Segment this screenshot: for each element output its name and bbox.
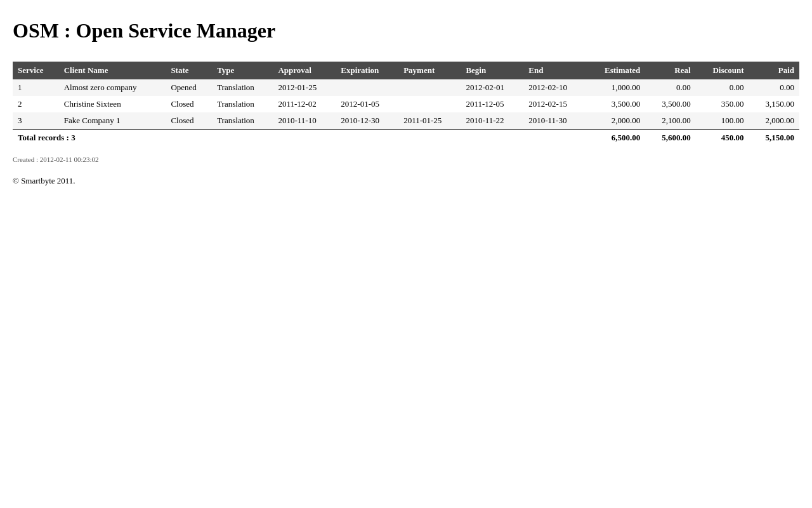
col-header-discount: Discount bbox=[696, 62, 749, 79]
cell-state: Closed bbox=[166, 112, 212, 130]
cell-payment: 2011-01-25 bbox=[398, 112, 461, 130]
cell-begin: 2011-12-05 bbox=[461, 96, 523, 112]
cell-payment bbox=[398, 79, 461, 96]
cell-type: Translation bbox=[212, 79, 273, 96]
cell-payment bbox=[398, 96, 461, 112]
copyright-label: © Smartbyte 2011. bbox=[13, 176, 799, 186]
col-header-client-name: Client Name bbox=[59, 62, 166, 79]
cell-service: 2 bbox=[13, 96, 59, 112]
cell-client-name: Fake Company 1 bbox=[59, 112, 166, 130]
cell-state: Opened bbox=[166, 79, 212, 96]
total-discount: 450.00 bbox=[696, 130, 749, 147]
col-header-state: State bbox=[166, 62, 212, 79]
page-title: OSM : Open Service Manager bbox=[13, 19, 799, 43]
created-label: Created : 2012-02-11 00:23:02 bbox=[13, 156, 799, 163]
table-footer-row: Total records : 3 6,500.00 5,600.00 450.… bbox=[13, 130, 799, 147]
cell-approval: 2010-11-10 bbox=[273, 112, 336, 130]
col-header-begin: Begin bbox=[461, 62, 523, 79]
col-header-paid: Paid bbox=[749, 62, 799, 79]
cell-paid: 3,150.00 bbox=[749, 96, 799, 112]
cell-expiration: 2012-01-05 bbox=[336, 96, 398, 112]
cell-end: 2010-11-30 bbox=[523, 112, 586, 130]
table-row: 2Christine SixteenClosedTranslation2011-… bbox=[13, 96, 799, 112]
col-header-end: End bbox=[523, 62, 586, 79]
cell-estimated: 3,500.00 bbox=[586, 96, 645, 112]
cell-paid: 0.00 bbox=[749, 79, 799, 96]
cell-expiration: 2010-12-30 bbox=[336, 112, 398, 130]
cell-end: 2012-02-15 bbox=[523, 96, 586, 112]
cell-approval: 2011-12-02 bbox=[273, 96, 336, 112]
col-header-service: Service bbox=[13, 62, 59, 79]
cell-service: 1 bbox=[13, 79, 59, 96]
col-header-approval: Approval bbox=[273, 62, 336, 79]
cell-real: 2,100.00 bbox=[645, 112, 695, 130]
cell-expiration bbox=[336, 79, 398, 96]
col-header-expiration: Expiration bbox=[336, 62, 398, 79]
table-header-row: Service Client Name State Type Approval … bbox=[13, 62, 799, 79]
table-row: 3Fake Company 1ClosedTranslation2010-11-… bbox=[13, 112, 799, 130]
cell-client-name: Almost zero company bbox=[59, 79, 166, 96]
cell-discount: 0.00 bbox=[696, 79, 749, 96]
col-header-estimated: Estimated bbox=[586, 62, 645, 79]
cell-client-name: Christine Sixteen bbox=[59, 96, 166, 112]
total-real: 5,600.00 bbox=[645, 130, 695, 147]
cell-real: 0.00 bbox=[645, 79, 695, 96]
cell-real: 3,500.00 bbox=[645, 96, 695, 112]
cell-discount: 100.00 bbox=[696, 112, 749, 130]
total-estimated: 6,500.00 bbox=[586, 130, 645, 147]
col-header-real: Real bbox=[645, 62, 695, 79]
cell-discount: 350.00 bbox=[696, 96, 749, 112]
cell-estimated: 1,000.00 bbox=[586, 79, 645, 96]
cell-state: Closed bbox=[166, 96, 212, 112]
col-header-type: Type bbox=[212, 62, 273, 79]
cell-service: 3 bbox=[13, 112, 59, 130]
cell-begin: 2010-11-22 bbox=[461, 112, 523, 130]
table-row: 1Almost zero companyOpenedTranslation201… bbox=[13, 79, 799, 96]
cell-type: Translation bbox=[212, 112, 273, 130]
cell-end: 2012-02-10 bbox=[523, 79, 586, 96]
col-header-payment: Payment bbox=[398, 62, 461, 79]
report-table: Service Client Name State Type Approval … bbox=[13, 62, 799, 146]
cell-type: Translation bbox=[212, 96, 273, 112]
total-records-label: Total records : 3 bbox=[13, 130, 586, 147]
cell-estimated: 2,000.00 bbox=[586, 112, 645, 130]
total-paid: 5,150.00 bbox=[749, 130, 799, 147]
cell-begin: 2012-02-01 bbox=[461, 79, 523, 96]
cell-approval: 2012-01-25 bbox=[273, 79, 336, 96]
cell-paid: 2,000.00 bbox=[749, 112, 799, 130]
